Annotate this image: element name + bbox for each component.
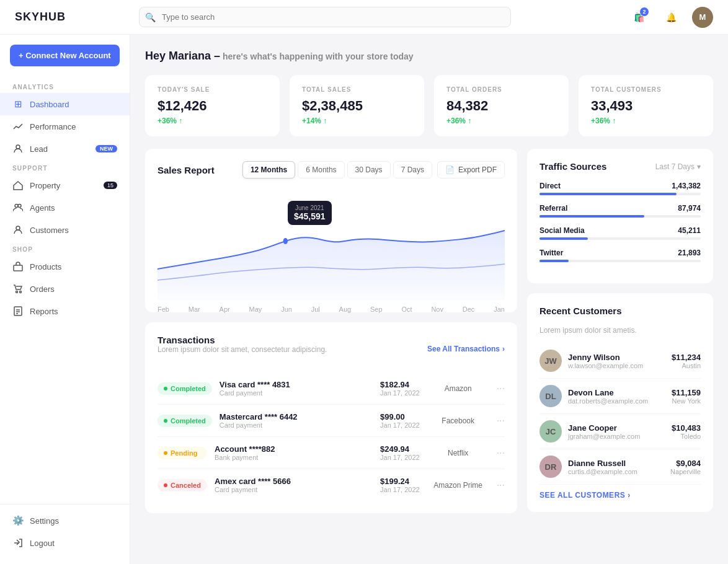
search-bar: 🔍 [139,7,511,27]
sidebar-item-customers[interactable]: Customers [0,219,130,241]
sidebar-item-label: Reports [30,307,58,316]
cust-amount: $10,483 [672,423,701,433]
customer-avatar: DR [539,456,562,478]
source-row-social: Social Media 45,211 [539,226,701,240]
cust-amount-block: $11,159 New York [672,388,701,405]
recent-customers-card: Recent Customers Lorem ipsum dolor sit a… [527,293,713,512]
export-pdf-button[interactable]: 📄 Export PDF [437,161,505,178]
orders-icon [12,283,24,294]
sidebar-item-logout[interactable]: Logout [0,532,130,554]
table-row: Pending Account ****882 Bank payment $24… [158,437,505,469]
source-name: Direct 1,43,382 [539,182,701,190]
cust-name: Devon Lane [568,388,665,397]
tab-12months[interactable]: 12 Months [242,161,295,178]
sidebar-item-orders[interactable]: Orders [0,278,130,300]
cart-button[interactable]: 🛍️ 2 [628,6,650,29]
sidebar-item-label: Dashboard [30,100,69,109]
transactions-card: Transactions Lorem ipsum dolor sit amet,… [145,322,517,513]
customer-avatar: JC [539,420,562,443]
customers-header: Recent Customers [539,306,701,316]
x-label-may: May [249,306,262,313]
tx-merchant: Facebook [427,416,489,425]
sidebar-item-dashboard[interactable]: ⊞ Dashboard [0,93,130,115]
tx-amount-block: $199.24 Jan 17, 2022 [380,477,420,493]
svg-point-11 [283,238,288,244]
tx-menu-button[interactable]: ··· [497,383,505,394]
sales-report-card: Sales Report 12 Months 6 Months 30 Days … [145,149,517,312]
tx-name: Amex card **** 5666 [215,477,373,486]
svg-point-0 [16,145,20,149]
x-label-dec: Dec [463,306,475,313]
cust-info: Jane Cooper jgraham@example.com [568,423,665,440]
tx-menu-button[interactable]: ··· [497,447,505,459]
stat-label: TOTAL SALES [302,86,412,93]
tx-type: Card payment [215,486,373,493]
tx-type: Bank payment [215,454,373,461]
app-logo: SKYHUB [15,11,127,24]
sidebar-item-label: Property [30,181,60,190]
search-input[interactable] [139,7,511,27]
bottom-row: Sales Report 12 Months 6 Months 30 Days … [145,149,713,513]
lead-new-badge: NEW [95,145,117,152]
cust-info: Devon Lane dat.roberts@example.com [568,388,665,405]
sidebar-item-label: Performance [30,122,76,131]
sidebar-item-settings[interactable]: ⚙️ Settings [0,509,130,532]
see-all-customers-button[interactable]: SEE ALL CUSTOMERS › [539,491,701,500]
bell-icon: 🔔 [666,12,677,22]
source-name: Social Media 45,211 [539,226,701,235]
tx-date: Jan 17, 2022 [380,486,420,493]
transactions-header: Transactions Lorem ipsum dolor sit amet,… [158,335,505,363]
traffic-filter[interactable]: Last 7 Days ▾ [655,162,701,171]
tx-amount: $249.94 [380,444,420,454]
tab-7days[interactable]: 7 Days [393,161,432,178]
list-item: JW Jenny Wilson w.lawson@example.com $11… [539,343,701,379]
sidebar-item-property[interactable]: Property 15 [0,174,130,196]
svg-point-2 [18,205,21,208]
cust-amount-block: $11,234 Austin [672,353,701,369]
sidebar-item-label: Lead [30,144,48,154]
shop-section-label: SHOP [0,241,130,255]
sidebar-item-products[interactable]: Products [0,255,130,278]
svg-point-6 [20,291,22,293]
connect-account-button[interactable]: + Connect New Account [10,45,120,66]
x-label-aug: Aug [339,306,352,313]
table-row: Completed Visa card **** 4831 Card payme… [158,372,505,405]
cust-email: w.lawson@example.com [568,362,665,369]
sidebar-item-lead[interactable]: Lead NEW [0,138,130,160]
reports-icon [12,306,24,317]
sidebar-item-agents[interactable]: Agents [0,196,130,219]
tx-menu-button[interactable]: ··· [497,415,505,426]
chart-tooltip: June 2021 $45,591 [288,201,332,225]
tab-30days[interactable]: 30 Days [347,161,391,178]
sidebar: + Connect New Account ANALYTICS ⊞ Dashbo… [0,35,130,564]
products-icon [12,261,24,272]
property-icon [12,180,24,191]
progress-fill [539,215,644,218]
tx-name: Mastercard **** 6442 [220,412,373,421]
chart-x-labels: Feb Mar Apr May Jun Jul Aug Sep Oct Nov [158,306,505,313]
stat-change: +36% ↑ [591,117,701,125]
tx-menu-button[interactable]: ··· [497,480,505,491]
cart-badge: 2 [640,7,649,16]
agents-icon [12,202,24,213]
user-avatar[interactable]: M [692,7,713,28]
stat-change: +36% ↑ [158,117,267,125]
lead-icon [12,143,24,154]
search-icon: 🔍 [145,12,156,22]
stat-label: TOTAL ORDERS [446,86,556,93]
tx-amount: $199.24 [380,477,420,486]
see-all-transactions-button[interactable]: See All Transactions › [427,345,505,353]
tooltip-value: $45,591 [294,211,326,221]
tx-amount: $182.94 [380,380,420,389]
x-label-jul: Jul [311,306,320,313]
sidebar-item-reports[interactable]: Reports [0,300,130,322]
notification-button[interactable]: 🔔 [660,6,682,29]
cust-info: Dianne Russell curtis.d@example.com [568,459,664,475]
customers-icon [12,224,24,236]
sidebar-item-performance[interactable]: Performance [0,115,130,138]
customers-subtitle: Lorem ipsum dolor sit ametis. [539,326,701,335]
logout-icon [12,537,24,549]
cust-city: Austin [672,362,701,369]
tx-merchant: Amazon [427,384,489,393]
tab-6months[interactable]: 6 Months [298,161,344,178]
